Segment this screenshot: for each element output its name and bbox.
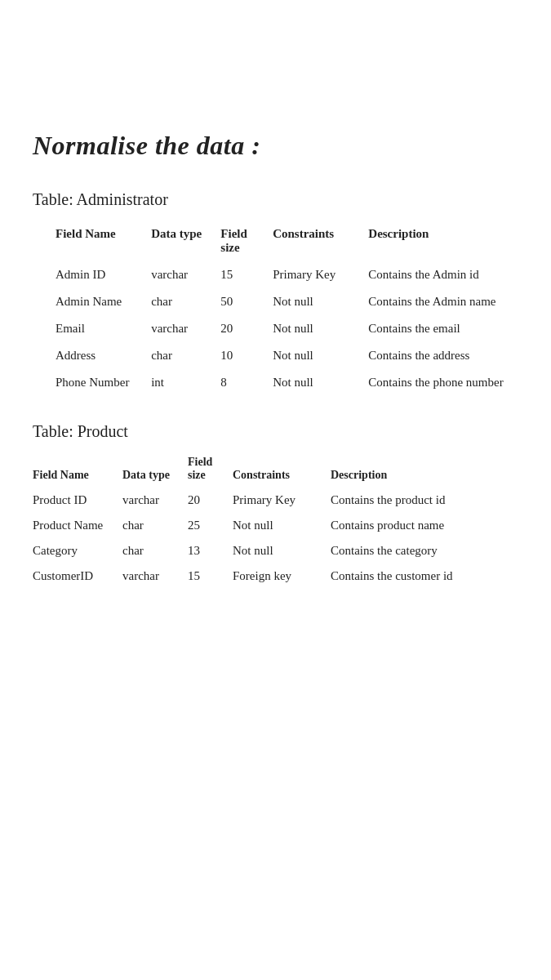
admin-cell-field_size: 15 bbox=[214, 261, 266, 288]
admin-cell-field_name: Phone Number bbox=[49, 369, 144, 396]
product-table-row: Product Namechar25Not nullContains produ… bbox=[33, 510, 518, 536]
product-cell-constraints: Not null bbox=[233, 519, 314, 532]
product-cell-field_name: CustomerID bbox=[33, 569, 122, 583]
product-cell-data_type: char bbox=[122, 544, 188, 558]
admin-col-header-description: Description bbox=[362, 224, 518, 261]
admin-cell-field_size: 10 bbox=[214, 342, 266, 369]
product-table-row: CustomerIDvarchar15Foreign keyContains t… bbox=[33, 561, 518, 586]
product-cell-description: Contains the category bbox=[314, 544, 518, 558]
admin-section: Table: Administrator Field Name Data typ… bbox=[33, 190, 518, 396]
product-col-header-field-name: Field Name bbox=[33, 469, 122, 482]
product-cell-constraints: Primary Key bbox=[233, 493, 314, 507]
product-cell-data_type: varchar bbox=[122, 569, 188, 583]
product-col-header-data-type: Data type bbox=[122, 469, 188, 482]
product-cell-field_size: 20 bbox=[188, 493, 233, 507]
product-table-header-row: Field Name Data type Field size Constrai… bbox=[33, 456, 518, 485]
admin-cell-constraints: Not null bbox=[266, 369, 362, 396]
product-cell-field_size: 13 bbox=[188, 544, 233, 558]
admin-cell-field_size: 8 bbox=[214, 369, 266, 396]
product-col-header-constraints: Constraints bbox=[233, 469, 314, 482]
admin-table-row: Admin IDvarchar15Primary KeyContains the… bbox=[49, 261, 518, 288]
admin-table-row: Admin Namechar50Not nullContains the Adm… bbox=[49, 288, 518, 315]
admin-table-row: Addresschar10Not nullContains the addres… bbox=[49, 342, 518, 369]
admin-cell-field_name: Admin ID bbox=[49, 261, 144, 288]
admin-table: Field Name Data type Field size Constrai… bbox=[49, 224, 518, 396]
admin-col-header-field-size: Field size bbox=[214, 224, 266, 261]
admin-cell-description: Contains the address bbox=[362, 342, 518, 369]
product-cell-constraints: Not null bbox=[233, 544, 314, 558]
admin-col-header-data-type: Data type bbox=[144, 224, 214, 261]
admin-col-header-constraints: Constraints bbox=[266, 224, 362, 261]
product-cell-description: Contains the customer id bbox=[314, 569, 518, 583]
admin-table-wrap: Field Name Data type Field size Constrai… bbox=[49, 224, 518, 396]
page-title: Normalise the data : bbox=[33, 131, 518, 161]
admin-cell-data_type: char bbox=[144, 288, 214, 315]
admin-cell-data_type: varchar bbox=[144, 261, 214, 288]
product-cell-field_name: Product Name bbox=[33, 519, 122, 532]
admin-col-header-field-name: Field Name bbox=[49, 224, 144, 261]
admin-cell-field_name: Admin Name bbox=[49, 288, 144, 315]
product-cell-field_size: 25 bbox=[188, 519, 233, 532]
admin-cell-field_name: Address bbox=[49, 342, 144, 369]
product-cell-field_size: 15 bbox=[188, 569, 233, 583]
product-cell-field_name: Category bbox=[33, 544, 122, 558]
product-col-header-field-size: Field size bbox=[188, 456, 233, 482]
page: Normalise the data : Table: Administrato… bbox=[0, 0, 551, 980]
product-table-title: Table: Product bbox=[33, 422, 518, 441]
admin-cell-field_name: Email bbox=[49, 315, 144, 342]
admin-table-row: Phone Numberint8Not nullContains the pho… bbox=[49, 369, 518, 396]
admin-cell-field_size: 20 bbox=[214, 315, 266, 342]
product-rows: Product IDvarchar20Primary KeyContains t… bbox=[33, 485, 518, 586]
admin-cell-description: Contains the Admin name bbox=[362, 288, 518, 315]
product-col-header-description: Description bbox=[314, 469, 518, 482]
product-cell-data_type: char bbox=[122, 519, 188, 532]
admin-cell-data_type: varchar bbox=[144, 315, 214, 342]
admin-cell-constraints: Not null bbox=[266, 288, 362, 315]
admin-cell-data_type: char bbox=[144, 342, 214, 369]
admin-cell-description: Contains the phone number bbox=[362, 369, 518, 396]
product-table-row: Product IDvarchar20Primary KeyContains t… bbox=[33, 485, 518, 510]
admin-table-title: Table: Administrator bbox=[33, 190, 518, 209]
product-cell-field_name: Product ID bbox=[33, 493, 122, 507]
admin-cell-description: Contains the Admin id bbox=[362, 261, 518, 288]
product-section: Table: Product Field Name Data type Fiel… bbox=[33, 422, 518, 586]
product-cell-description: Contains the product id bbox=[314, 493, 518, 507]
admin-cell-field_size: 50 bbox=[214, 288, 266, 315]
admin-cell-constraints: Primary Key bbox=[266, 261, 362, 288]
product-cell-data_type: varchar bbox=[122, 493, 188, 507]
admin-table-header-row: Field Name Data type Field size Constrai… bbox=[49, 224, 518, 261]
admin-cell-description: Contains the email bbox=[362, 315, 518, 342]
product-cell-description: Contains product name bbox=[314, 519, 518, 532]
admin-cell-constraints: Not null bbox=[266, 342, 362, 369]
product-cell-constraints: Foreign key bbox=[233, 569, 314, 583]
admin-cell-data_type: int bbox=[144, 369, 214, 396]
admin-cell-constraints: Not null bbox=[266, 315, 362, 342]
product-table-row: Categorychar13Not nullContains the categ… bbox=[33, 536, 518, 561]
admin-table-row: Emailvarchar20Not nullContains the email bbox=[49, 315, 518, 342]
